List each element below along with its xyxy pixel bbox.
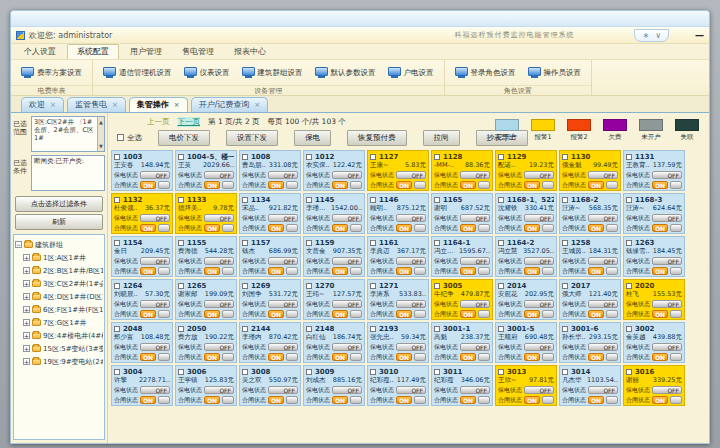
hezha-on-toggle[interactable]: ON [332, 267, 348, 275]
expand-icon[interactable]: + [23, 345, 30, 352]
card-checkbox[interactable] [498, 240, 504, 246]
card-checkbox[interactable] [626, 326, 632, 332]
card-checkbox[interactable] [242, 283, 248, 289]
hezha-off-area[interactable] [670, 396, 682, 404]
meter-card[interactable]: 2050 费方放 190.22元 保电状态 OFF 合闸状态 ON [175, 322, 237, 363]
meter-card[interactable]: 3001-5 王顺府 690.48元 保电状态 OFF 合闸状态 ON [495, 322, 557, 363]
meter-card[interactable]: 3016 谢丽 339.25元 保电状态 OFF 合闸状态 ON [623, 365, 685, 406]
ribbon-button[interactable]: 默认参数设置 [309, 60, 382, 85]
meter-card[interactable]: 1154 金日 209.45元 保电状态 OFF 合闸状态 ON [111, 236, 173, 277]
meter-card[interactable]: 1263 钱缘雪.. 184.45元 保电状态 OFF 合闸状态 ON [623, 236, 685, 277]
baodian-off-toggle[interactable]: OFF [396, 214, 426, 222]
hezha-on-toggle[interactable]: ON [652, 310, 668, 318]
card-checkbox[interactable] [306, 154, 312, 160]
meter-card[interactable]: 1264 刘晓晨.. 57.30元 保电状态 OFF 合闸状态 ON [111, 279, 173, 320]
meter-card[interactable]: 3009 刘成杰 885.16元 保电状态 OFF 合闸状态 ON [303, 365, 365, 406]
window-style-control[interactable]: ∗ ∨ [634, 29, 669, 42]
hezha-on-toggle[interactable]: ON [332, 224, 348, 232]
hezha-on-toggle[interactable]: ON [204, 224, 220, 232]
ribbon-button[interactable]: 操作员设置 [522, 60, 588, 85]
hezha-on-toggle[interactable]: ON [140, 353, 156, 361]
hezha-on-toggle[interactable]: ON [332, 396, 348, 404]
hezha-off-area[interactable] [606, 181, 618, 189]
hezha-off-area[interactable] [606, 310, 618, 318]
baodian-off-toggle[interactable]: OFF [140, 386, 170, 394]
tree-item-4[interactable]: +6区:F区1#井(F区1#) [15, 303, 103, 316]
expand-icon[interactable]: + [23, 267, 30, 274]
menu-item-4[interactable]: 报表中心 [225, 45, 275, 59]
tab-close-icon[interactable]: × [174, 101, 180, 109]
card-checkbox[interactable] [114, 369, 120, 375]
tab-0[interactable]: 欢迎× [21, 97, 64, 112]
hezha-on-toggle[interactable]: ON [460, 396, 476, 404]
baodian-off-toggle[interactable]: OFF [588, 257, 618, 265]
toolbar-button-4[interactable]: 拉闸 [423, 130, 460, 146]
expand-icon[interactable]: + [23, 358, 30, 365]
baodian-off-toggle[interactable]: OFF [268, 386, 298, 394]
hezha-off-area[interactable] [158, 310, 170, 318]
hezha-on-toggle[interactable]: ON [268, 224, 284, 232]
baodian-off-toggle[interactable]: OFF [524, 300, 554, 308]
hezha-off-area[interactable] [286, 310, 298, 318]
card-checkbox[interactable] [434, 283, 440, 289]
hezha-off-area[interactable] [606, 267, 618, 275]
card-checkbox[interactable] [306, 326, 312, 332]
baodian-off-toggle[interactable]: OFF [524, 386, 554, 394]
baodian-off-toggle[interactable]: OFF [460, 257, 490, 265]
baodian-off-toggle[interactable]: OFF [460, 386, 490, 394]
baodian-off-toggle[interactable]: OFF [204, 214, 234, 222]
hezha-off-area[interactable] [542, 224, 554, 232]
card-checkbox[interactable] [114, 154, 120, 160]
toolbar-button-1[interactable]: 设置下发 [226, 130, 278, 146]
ribbon-button[interactable]: 建筑群组设置 [236, 60, 309, 85]
card-checkbox[interactable] [370, 154, 376, 160]
baodian-off-toggle[interactable]: OFF [332, 386, 362, 394]
card-checkbox[interactable] [178, 240, 184, 246]
hezha-off-area[interactable] [478, 396, 490, 404]
meter-card[interactable]: 1145 李瑾先.. 1542.00.. 保电状态 OFF 合闸状态 ON [303, 193, 365, 234]
meter-card[interactable]: 2017 俄大师 121.40元 保电状态 OFF 合闸状态 ON [559, 279, 621, 320]
meter-card[interactable]: 3013 王欣~ 97.81元 保电状态 OFF 合闸状态 ON [495, 365, 557, 406]
hezha-on-toggle[interactable]: ON [588, 224, 604, 232]
hezha-on-toggle[interactable]: ON [204, 267, 220, 275]
card-checkbox[interactable] [498, 197, 504, 203]
hezha-on-toggle[interactable]: ON [204, 396, 220, 404]
baodian-off-toggle[interactable]: OFF [588, 300, 618, 308]
meter-card[interactable]: 3006 王学镇 125.83元 保电状态 OFF 合闸状态 ON [175, 365, 237, 406]
hezha-off-area[interactable] [158, 396, 170, 404]
meter-card[interactable]: 1265 谢家邮 199.09元 保电状态 OFF 合闸状态 ON [175, 279, 237, 320]
tree-item-3[interactable]: +4区:D区1#井(D区1#) [15, 290, 103, 303]
meter-card[interactable]: 1155 费海德 544.28元 保电状态 OFF 合闸状态 ON [175, 236, 237, 277]
hezha-on-toggle[interactable]: ON [332, 310, 348, 318]
baodian-off-toggle[interactable]: OFF [460, 343, 490, 351]
hezha-off-area[interactable] [158, 267, 170, 275]
hezha-off-area[interactable] [542, 181, 554, 189]
meter-card[interactable]: 1159 文蔷金 907.35元 保电状态 OFF 合闸状态 ON [303, 236, 365, 277]
baodian-off-toggle[interactable]: OFF [140, 171, 170, 179]
card-checkbox[interactable] [626, 369, 632, 375]
card-checkbox[interactable] [626, 240, 632, 246]
hezha-off-area[interactable] [478, 310, 490, 318]
hezha-off-area[interactable] [350, 353, 362, 361]
scroll-up-icon[interactable]: ▲ [99, 118, 103, 126]
meter-card[interactable]: 2148 白红仙 186.74元 保电状态 OFF 合闸状态 ON [303, 322, 365, 363]
refresh-button[interactable]: 刷新 [15, 214, 103, 230]
tree-item-1[interactable]: +2区:B区1#井/B区1#井 [15, 264, 103, 277]
hezha-off-area[interactable] [542, 353, 554, 361]
tree-item-7[interactable]: +15区:5#变站(3#变电) [15, 342, 103, 355]
card-checkbox[interactable] [178, 283, 184, 289]
tab-1[interactable]: 监管售电× [67, 97, 126, 112]
baodian-off-toggle[interactable]: OFF [396, 300, 426, 308]
tree-root[interactable]: −建筑群组 [15, 238, 103, 251]
minimize-button[interactable]: — [695, 30, 704, 40]
meter-card[interactable]: 1012 衣实保.. 122.42元 保电状态 OFF 合闸状态 ON [303, 150, 365, 191]
card-checkbox[interactable] [178, 326, 184, 332]
hezha-off-area[interactable] [670, 181, 682, 189]
meter-card[interactable]: 1157 钱杰 686.99元 保电状态 OFF 合闸状态 ON [239, 236, 301, 277]
baodian-off-toggle[interactable]: OFF [652, 171, 682, 179]
baodian-off-toggle[interactable]: OFF [588, 386, 618, 394]
baodian-off-toggle[interactable]: OFF [140, 257, 170, 265]
card-checkbox[interactable] [242, 240, 248, 246]
hezha-off-area[interactable] [286, 267, 298, 275]
card-checkbox[interactable] [306, 240, 312, 246]
